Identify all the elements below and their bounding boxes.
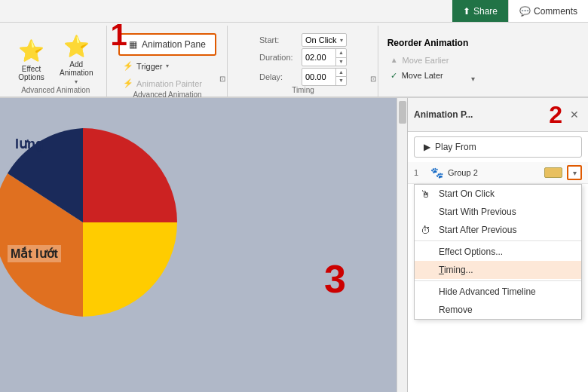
anim-item-label: Group 2 — [448, 168, 540, 177]
ribbon: ⭐ EffectOptions ⭐ AddAnimation ▾ Advance… — [0, 23, 588, 98]
anim-item-number: 1 — [414, 168, 426, 177]
ctx-separator-1 — [415, 240, 581, 241]
vertical-scrollbar[interactable] — [397, 98, 407, 392]
move-later-label: Move Later — [402, 71, 443, 80]
anim-item-dropdown[interactable]: ▾ — [567, 165, 582, 180]
ribbon-group-timing: Start: On Click ▾ Duration: ▲ ▼ — [228, 26, 378, 96]
duration-field[interactable] — [302, 52, 335, 63]
duration-up[interactable]: ▲ — [336, 49, 346, 57]
start-dropdown[interactable]: On Click ▾ — [302, 33, 347, 47]
play-from-label: Play From — [435, 142, 476, 152]
ribbon-group-effect: ⭐ EffectOptions ⭐ AddAnimation ▾ Advance… — [5, 26, 107, 96]
ctx-hide-label: Hide Advanced Timeline — [439, 286, 536, 297]
animation-painter-button[interactable]: ⚡ Animation Painter — [118, 76, 207, 90]
ctx-effect-options[interactable]: Effect Options... — [415, 243, 581, 261]
ctx-start-after-prev-label: Start After Previous — [439, 225, 516, 235]
add-anim-icon: ⭐ — [63, 34, 90, 59]
comments-icon: 💬 — [519, 6, 531, 17]
move-earlier-button[interactable]: ▲ Move Earlier — [387, 54, 469, 66]
context-menu: 🖱 Start On Click Start With Previous ⏱ S… — [414, 184, 582, 320]
add-anim-arrow: ▾ — [75, 78, 78, 85]
painter-icon: ⚡ — [123, 78, 133, 88]
delay-input[interactable]: ▲ ▼ — [302, 68, 347, 86]
effect-options-button[interactable]: ⭐ EffectOptions — [12, 33, 51, 86]
duration-down[interactable]: ▼ — [336, 58, 346, 66]
ctx-effect-label: Effect Options... — [439, 247, 503, 257]
trigger-icon: ⚡ — [123, 61, 133, 71]
anim-panel-title: Animation P... — [414, 109, 544, 120]
add-animation-button[interactable]: ⭐ AddAnimation ▾ — [54, 33, 99, 86]
move-later-check: ✓ — [390, 71, 397, 81]
ribbon-group-reorder: Reorder Animation ▲ Move Earlier ✓ Move … — [378, 26, 476, 96]
duration-spin[interactable]: ▲ ▼ — [335, 49, 346, 66]
ctx-start-with-prev-label: Start With Previous — [439, 207, 516, 217]
top-bar: ⬆ Share 💬 Comments — [0, 0, 588, 23]
play-from-button[interactable]: ▶ Play From — [414, 136, 582, 158]
top-bar-actions: ⬆ Share 💬 Comments — [452, 0, 588, 22]
ctx-separator-2 — [415, 280, 581, 281]
duration-row: Duration: ▲ ▼ — [259, 48, 347, 66]
ctx-start-on-click-label: Start On Click — [439, 188, 495, 199]
ribbon-top-effect: ⭐ EffectOptions ⭐ AddAnimation ▾ — [12, 29, 99, 86]
slide-text-mat: Mắt lướt — [8, 245, 61, 262]
animation-panel: Animation P... 2 ✕ ▶ Play From 1 🐾 Group… — [407, 98, 588, 392]
ctx-start-with-previous[interactable]: Start With Previous — [415, 203, 581, 221]
delay-field[interactable] — [302, 72, 335, 82]
ctx-hide-timeline[interactable]: Hide Advanced Timeline — [415, 283, 581, 301]
ctx-remove[interactable]: Remove — [415, 301, 581, 319]
ribbon-advanced-controls: ▦ Animation Pane ⚡ Trigger ▾ ⚡ Animation… — [118, 29, 216, 90]
animation-item-group2[interactable]: 1 🐾 Group 2 ▾ — [408, 162, 588, 184]
reorder-items: Reorder Animation ▲ Move Earlier ✓ Move … — [387, 33, 469, 86]
trigger-label: Trigger — [136, 62, 162, 71]
start-arrow: ▾ — [340, 37, 343, 44]
comments-button[interactable]: 💬 Comments — [508, 0, 588, 22]
timing-inputs: Start: On Click ▾ Duration: ▲ ▼ — [259, 33, 347, 86]
slide-area: lưng Mắt lướt 3 — [0, 98, 407, 392]
start-value: On Click — [305, 35, 337, 44]
effect-options-label: EffectOptions — [18, 65, 44, 81]
ctx-start-on-click[interactable]: 🖱 Start On Click — [415, 185, 581, 203]
duration-label: Duration: — [259, 53, 297, 62]
pie-slice-yellow — [83, 222, 177, 317]
ctx-start-after-previous[interactable]: ⏱ Start After Previous — [415, 221, 581, 239]
comments-label: Comments — [534, 6, 577, 17]
ctx-timing-underline: T — [439, 265, 444, 275]
trigger-button[interactable]: ⚡ Trigger ▾ — [118, 59, 173, 73]
delay-spin[interactable]: ▲ ▼ — [335, 69, 346, 85]
delay-up[interactable]: ▲ — [336, 69, 346, 77]
anim-panel-close-button[interactable]: ✕ — [567, 107, 582, 122]
ribbon-reorder-controls: Reorder Animation ▲ Move Earlier ✓ Move … — [387, 29, 469, 86]
anim-pane-icon: ▦ — [129, 39, 137, 50]
ctx-timing[interactable]: Timing... — [415, 261, 581, 279]
animation-pane-label: Animation Pane — [142, 39, 206, 50]
reorder-collapse: ▾ — [471, 75, 475, 83]
animation-pane-button[interactable]: ▦ Animation Pane — [118, 33, 216, 56]
delay-label: Delay: — [259, 72, 297, 81]
main-area: lưng Mắt lướt 3 Animation P... 2 ✕ ▶ Pla… — [0, 98, 588, 392]
move-later-button[interactable]: ✓ Move Later — [387, 69, 469, 82]
share-icon: ⬆ — [463, 6, 470, 17]
anim-panel-header: Animation P... 2 ✕ — [408, 98, 588, 132]
collapse-icon: ⊡ — [219, 75, 225, 83]
delay-down[interactable]: ▼ — [336, 77, 346, 84]
ctx-remove-label: Remove — [439, 305, 473, 315]
ribbon-timing-controls: Start: On Click ▾ Duration: ▲ ▼ — [259, 29, 347, 86]
timing-collapse: ⊡ — [370, 75, 376, 83]
slide-text-lung: lưng — [15, 136, 44, 152]
anim-item-color-swatch — [544, 167, 562, 178]
move-earlier-label: Move Earlier — [403, 56, 449, 65]
ctx-click-icon: 🖱 — [421, 188, 430, 200]
ribbon-group-advanced: 1 ▦ Animation Pane ⚡ Trigger ▾ ⚡ Animati… — [107, 26, 228, 96]
trigger-arrow: ▾ — [166, 63, 169, 69]
badge-number-1: 1 — [110, 20, 127, 50]
share-button[interactable]: ⬆ Share — [452, 0, 508, 22]
badge-number-2: 2 — [549, 103, 562, 127]
reorder-title: Reorder Animation — [387, 38, 469, 51]
effect-icon: ⭐ — [18, 38, 44, 63]
scroll-thumb[interactable] — [399, 101, 406, 124]
timing-group-label: Timing — [292, 86, 314, 96]
duration-input[interactable]: ▲ ▼ — [302, 48, 347, 66]
anim-item-icon: 🐾 — [430, 167, 443, 179]
animation-painter-label: Animation Painter — [136, 79, 202, 88]
pie-slice-red — [83, 128, 177, 222]
